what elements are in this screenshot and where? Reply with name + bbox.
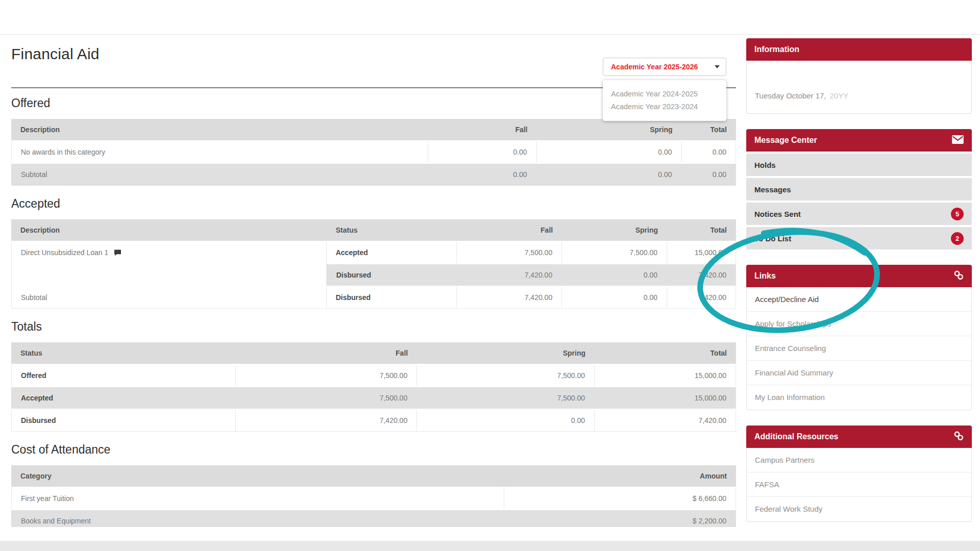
cell-total: 15,000.00 <box>595 387 736 409</box>
cell-status: Disbursed <box>327 287 457 309</box>
chain-link-icon <box>953 270 964 282</box>
cell-spring: 7,500.00 <box>417 365 595 386</box>
links-list: Accept/Decline Aid Apply for Scholarship… <box>746 287 972 410</box>
coa-header-row: Category Amount <box>11 465 736 487</box>
cell-fall: 7,500.00 <box>457 242 562 263</box>
cell-description: Direct Unsubsidized Loan 1 <box>11 242 327 286</box>
links-header: Links <box>746 265 972 287</box>
cell-status: Offered <box>11 365 236 386</box>
cell-description: Subtotal <box>11 287 327 309</box>
col-header-description: Description <box>11 119 428 140</box>
accepted-section-heading: Accepted <box>11 197 736 211</box>
link-apply-for-scholarships[interactable]: Apply for Scholarships <box>747 312 971 336</box>
link-entrance-counseling[interactable]: Entrance Counseling <box>747 336 971 361</box>
information-panel: Information Tuesday October 17,20YY <box>746 38 972 114</box>
table-row-subtotal: Subtotal Disbursed 7,420.00 0.00 7,420.0… <box>11 287 736 309</box>
sidebar: Information Tuesday October 17,20YY Mess… <box>746 38 972 537</box>
cell-total: 0.00 <box>682 141 737 163</box>
item-label: Notices Sent <box>754 210 801 218</box>
col-header-category: Category <box>11 465 504 487</box>
cell-amount: $ 6,660.00 <box>504 488 736 509</box>
comment-bubble-icon[interactable] <box>114 249 121 258</box>
item-label: To Do List <box>754 234 791 243</box>
cell-description: Subtotal <box>11 164 428 186</box>
cell-total: 7,420.00 <box>667 287 736 309</box>
link-financial-aid-summary[interactable]: Financial Aid Summary <box>747 361 971 385</box>
col-header-spring: Spring <box>537 119 682 140</box>
col-header-description: Description <box>11 219 327 241</box>
cell-spring: 0.00 <box>417 410 595 432</box>
col-header-spring: Spring <box>562 219 667 241</box>
message-center-item-holds[interactable]: Holds <box>746 154 972 176</box>
cell-spring: 7,500.00 <box>417 387 595 409</box>
link-campus-partners[interactable]: Campus Partners <box>747 448 971 472</box>
academic-year-select-button[interactable]: Academic Year 2025-2026 <box>603 58 726 76</box>
cell-fall: 7,420.00 <box>236 410 417 432</box>
table-row-disbursed: Disbursed 7,420.00 0.00 7,420.00 <box>11 410 736 432</box>
cell-total: 15,000.00 <box>667 242 736 263</box>
cell-spring: 0.00 <box>562 287 667 309</box>
to-do-list-count-badge: 2 <box>951 232 964 245</box>
cell-fall: 0.00 <box>428 141 537 163</box>
envelope-icon <box>952 135 964 146</box>
table-row-tuition: First year Tuition $ 6,660.00 <box>11 488 736 509</box>
link-fafsa[interactable]: FAFSA <box>747 472 971 497</box>
academic-year-option-2024-2025[interactable]: Academic Year 2024-2025 <box>603 88 726 101</box>
message-center-header: Message Center <box>746 129 972 152</box>
cell-fall: 7,500.00 <box>236 387 417 409</box>
chain-link-icon <box>953 431 964 443</box>
offered-table: Description Fall Spring Total No awards … <box>11 118 736 187</box>
offered-header-row: Description Fall Spring Total <box>11 119 736 140</box>
links-title: Links <box>754 271 776 281</box>
top-divider <box>0 34 980 35</box>
cell-fall: 7,420.00 <box>457 264 562 286</box>
table-row-accepted: Accepted 7,500.00 7,500.00 15,000.00 <box>11 387 736 409</box>
current-date: Tuesday October 17, <box>755 91 826 100</box>
cost-of-attendance-table: Category Amount First year Tuition $ 6,6… <box>11 464 736 527</box>
links-panel: Links Accept/Decline Aid Apply for Schol… <box>746 265 972 410</box>
cell-category: First year Tuition <box>11 488 504 509</box>
cell-total: 7,420.00 <box>595 410 736 432</box>
col-header-total: Total <box>682 119 737 140</box>
page-header: Financial Aid Academic Year 2025-2026 Ac… <box>11 45 736 87</box>
message-center-panel: Message Center Holds Messages Notices Se… <box>746 129 972 249</box>
additional-resources-title: Additional Resources <box>754 432 838 441</box>
link-federal-work-study[interactable]: Federal Work Study <box>747 497 971 521</box>
current-date-year: 20YY <box>830 91 849 100</box>
cell-fall: 0.00 <box>428 164 537 186</box>
message-center-item-to-do-list[interactable]: To Do List 2 <box>746 227 972 249</box>
cell-total: 15,000.00 <box>595 365 736 386</box>
col-header-spring: Spring <box>417 342 595 364</box>
cell-fall: 7,420.00 <box>457 287 562 309</box>
col-header-fall: Fall <box>428 119 537 140</box>
cell-status: Disbursed <box>327 264 457 286</box>
information-title: Information <box>754 45 799 54</box>
additional-resources-header: Additional Resources <box>746 425 972 448</box>
additional-resources-list: Campus Partners FAFSA Federal Work Study <box>746 448 972 522</box>
academic-year-option-2023-2024[interactable]: Academic Year 2023-2024 <box>603 101 726 113</box>
cell-spring: 0.00 <box>562 264 667 286</box>
cost-of-attendance-heading: Cost of Attendance <box>11 443 736 457</box>
table-row-loan: Direct Unsubsidized Loan 1 Accepted 7,50… <box>11 242 736 263</box>
cell-total: 0.00 <box>682 164 737 186</box>
information-body: Tuesday October 17,20YY <box>746 61 972 114</box>
link-accept-decline-aid[interactable]: Accept/Decline Aid <box>747 287 971 312</box>
cell-spring: 7,500.00 <box>562 242 667 263</box>
message-center-item-messages[interactable]: Messages <box>746 178 972 201</box>
cell-amount: $ 2,200.00 <box>504 510 736 527</box>
table-row-subtotal: Subtotal 0.00 0.00 0.00 <box>11 164 736 186</box>
item-label: Holds <box>754 161 776 169</box>
item-label: Messages <box>754 185 791 194</box>
message-center-title: Message Center <box>754 136 817 145</box>
table-row: No awards in this category 0.00 0.00 0.0… <box>11 141 736 163</box>
cell-status: Accepted <box>327 242 457 263</box>
message-center-item-notices-sent[interactable]: Notices Sent 5 <box>746 203 972 225</box>
cell-fall: 7,500.00 <box>236 365 417 386</box>
additional-resources-panel: Additional Resources Campus Partners FAF… <box>746 425 972 522</box>
main-content: Financial Aid Academic Year 2025-2026 Ac… <box>11 38 736 527</box>
link-my-loan-information[interactable]: My Loan Information <box>747 385 971 410</box>
col-header-amount: Amount <box>504 465 736 487</box>
col-header-status: Status <box>327 219 457 241</box>
col-header-total: Total <box>667 219 736 241</box>
page-footer-band <box>0 541 980 551</box>
